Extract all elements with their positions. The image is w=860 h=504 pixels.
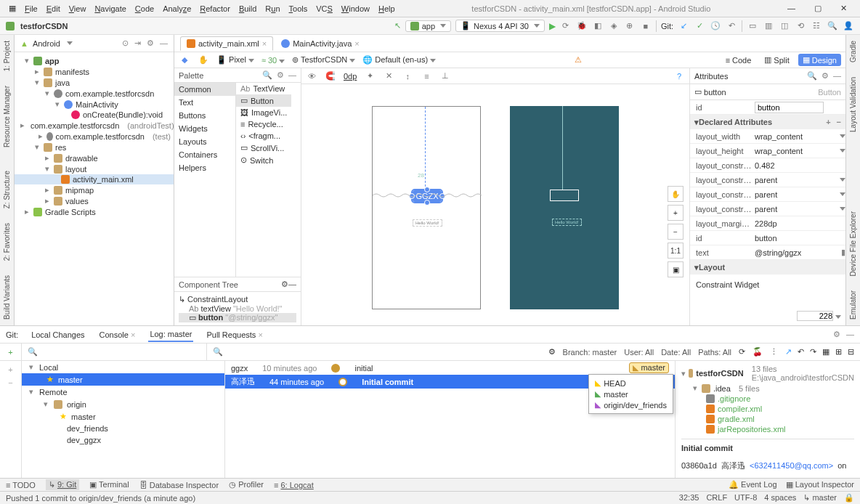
design-canvas[interactable]: 👁 🧲 0dp ✦ ✕ ↕ ≡ ⊥ ? 28 GGZX [301,68,689,325]
tab-pull-requests[interactable]: Pull Requests × [205,328,264,341]
tool-db[interactable]: 🗄 Database Inspector [139,481,219,489]
zoom-in-button[interactable]: + [668,205,683,221]
run-config-selector[interactable]: app [405,20,451,32]
vcs-revert-icon[interactable]: ↶ [726,20,737,32]
magnet-icon[interactable]: 🧲 [325,70,336,82]
project-view-mode[interactable]: Android [33,39,60,48]
regex-icon[interactable]: ⚙ [548,347,556,357]
close-button[interactable]: ✕ [836,4,851,13]
side-tab-gradle[interactable]: Gradle [849,41,857,62]
apply-changes-icon[interactable]: ⟳ [560,20,572,32]
gear-icon[interactable]: ⚙ [822,71,829,81]
more-icon[interactable]: ⋮ [770,347,778,357]
theme-dropdown[interactable]: ⊚ TestforCSDN [292,55,355,65]
redo-icon[interactable]: ↷ [810,347,816,357]
side-tab-favorites[interactable]: 2: Favorites [3,223,11,261]
git-branch[interactable]: ↳ master [803,493,837,503]
paths-filter[interactable]: Paths: All [698,348,731,357]
side-tab-project[interactable]: 1: Project [3,41,11,71]
close-tab-icon[interactable]: × [354,39,359,48]
attr-row[interactable]: layout_constrai...parent [690,173,845,187]
remove-attr-icon[interactable]: − [837,118,841,126]
menu-analyze[interactable]: Analyze [158,4,195,13]
pan-button[interactable]: ✋ [668,186,683,202]
collapse-icon[interactable]: ⇥ [134,38,141,48]
branch-filter[interactable]: Branch: master [563,348,617,357]
pack-icon[interactable]: ↕ [402,70,413,82]
device-dropdown[interactable]: 📱 Pixel [216,55,254,65]
split-view-button[interactable]: ▥ Split [760,54,793,66]
line-ending[interactable]: CRLF [706,493,727,503]
indent[interactable]: 4 spaces [764,493,796,503]
menu-vcs[interactable]: VCS [312,4,337,13]
default-margin[interactable]: 0dp [344,72,357,81]
gear-icon[interactable]: ⚙ [277,70,284,80]
tool-todo[interactable]: ≡ TODO [6,481,36,489]
hide-icon[interactable]: — [833,71,841,81]
maximize-button[interactable]: ▢ [810,4,826,13]
help-icon[interactable]: ? [673,70,685,82]
menu-view[interactable]: View [65,4,91,13]
attr-row[interactable]: text@string/ggzx▮ [690,245,845,260]
gear-icon[interactable]: ⚙ [147,38,154,48]
menu-edit[interactable]: Edit [42,4,65,13]
tool-profiler[interactable]: ◷ Profiler [229,480,264,489]
attr-row[interactable]: layout_constrai...0.482 [690,158,845,173]
commit-log[interactable]: ggzx10 minutes agoinitial◣ master 高泽迅44 … [225,361,675,478]
log-search[interactable] [230,348,541,357]
back-icon[interactable]: ↖ [394,21,401,31]
tab-local-changes[interactable]: Local Changes [30,328,86,341]
scope-icon[interactable]: ⊙ [122,38,129,48]
encoding[interactable]: UTF-8 [734,493,757,503]
menu-refactor[interactable]: Refactor [195,4,235,13]
side-tab-structure[interactable]: Z: Structure [3,171,11,208]
hide-icon[interactable]: — [160,38,168,48]
lock-icon[interactable]: 🔒 [844,493,854,503]
branch-list[interactable]: ▾Local ★master ▾Remote ▾origin ★master d… [22,361,225,478]
remove-fav-icon[interactable]: − [0,378,21,387]
author-email[interactable]: <632411450@qq.com> [750,461,833,470]
warnings-icon[interactable]: ⚠ [575,55,582,65]
resource-icon[interactable]: ◫ [779,20,790,32]
api-dropdown[interactable]: ≈ 30 [261,56,285,65]
settings-icon[interactable]: 👤 [843,20,854,32]
refresh-icon[interactable]: ⟳ [739,347,745,357]
menu-tools[interactable]: Tools [285,4,312,13]
wand-icon[interactable]: ✦ [364,70,376,82]
vcs-history-icon[interactable]: 🕓 [710,20,721,32]
attr-row[interactable]: layout_constrai...parent [690,202,845,216]
side-tab-resource-manager[interactable]: Resource Manager [3,86,11,147]
menu-help[interactable]: Help [374,4,399,13]
cherry-pick-icon[interactable]: 🍒 [752,347,763,357]
side-tab-build-variants[interactable]: Build Variants [3,275,11,320]
add-attr-icon[interactable]: + [826,118,830,126]
design-surface[interactable]: 28 GGZX Hello World! [372,106,481,309]
side-tab-emulator[interactable]: Emulator [849,290,857,320]
tab-console[interactable]: Console × [98,328,137,341]
guide-icon[interactable]: ⊥ [439,70,451,82]
menu-file[interactable]: File [20,4,42,13]
tool-git[interactable]: ↳ 9: Git [46,479,79,490]
expand-icon[interactable]: ⊞ [835,347,842,357]
attr-row[interactable]: layout_widthwrap_content [690,129,845,144]
menu-window[interactable]: Window [337,4,374,13]
profile-icon[interactable]: ◧ [592,20,604,32]
nav-icon[interactable]: ↗ [785,347,792,357]
gear-icon[interactable]: ⚙ [833,330,840,339]
menu-run[interactable]: Run [261,4,284,13]
search-icon[interactable]: 🔍 [262,70,272,80]
zoom-out-button[interactable]: − [668,224,683,240]
side-tab-device-explorer[interactable]: Device File Explorer [849,211,857,276]
tool-terminal[interactable]: ▣ Terminal [89,480,129,489]
clear-icon[interactable]: ✕ [383,70,394,82]
device-selector[interactable]: 📱 Nexus 4 API 30 [455,20,545,32]
attr-row[interactable]: layout_heightwrap_content [690,144,845,158]
zoom-frame-button[interactable]: ▣ [668,261,683,277]
side-tab-layout-validation[interactable]: Layout Validation [849,77,857,132]
textview-widget[interactable]: Hello World! [413,219,442,227]
pan-icon[interactable]: ✋ [198,54,209,66]
event-log[interactable]: 🔔 Event Log [729,480,777,489]
sdk-icon[interactable]: ▥ [763,20,774,32]
close-tab-icon[interactable]: × [262,39,267,48]
attach-icon[interactable]: ⊕ [624,20,636,32]
